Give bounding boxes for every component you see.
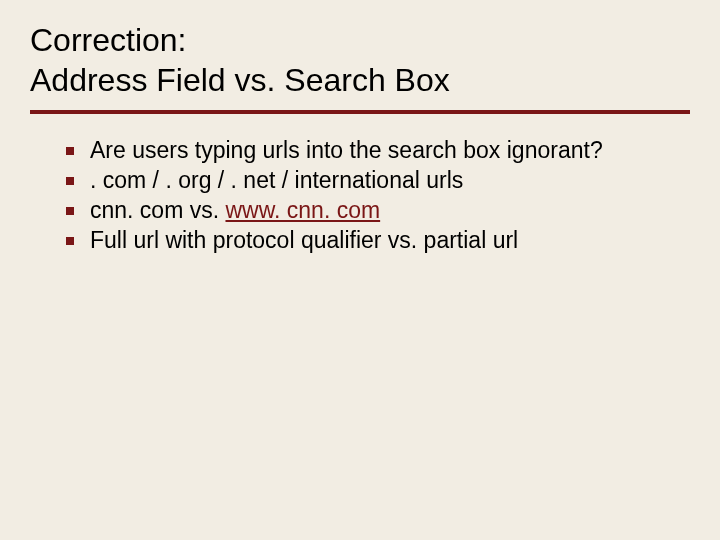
slide: Correction: Address Field vs. Search Box… bbox=[0, 0, 720, 540]
list-item: Are users typing urls into the search bo… bbox=[60, 136, 680, 166]
list-item: . com / . org / . net / international ur… bbox=[60, 166, 680, 196]
bullet-text: . com / . org / . net / international ur… bbox=[90, 167, 463, 193]
title-underline bbox=[30, 110, 690, 114]
bullet-icon bbox=[66, 237, 74, 245]
list-item: Full url with protocol qualifier vs. par… bbox=[60, 226, 680, 256]
bullet-list: Are users typing urls into the search bo… bbox=[30, 136, 690, 256]
title-line-1: Correction: bbox=[30, 22, 187, 58]
slide-title: Correction: Address Field vs. Search Box bbox=[30, 20, 690, 100]
bullet-text: Full url with protocol qualifier vs. par… bbox=[90, 227, 518, 253]
bullet-icon bbox=[66, 207, 74, 215]
bullet-link[interactable]: www. cnn. com bbox=[225, 197, 380, 223]
bullet-text-pre: cnn. com vs. bbox=[90, 197, 225, 223]
title-line-2: Address Field vs. Search Box bbox=[30, 62, 450, 98]
bullet-icon bbox=[66, 147, 74, 155]
bullet-text: Are users typing urls into the search bo… bbox=[90, 137, 603, 163]
list-item: cnn. com vs. www. cnn. com bbox=[60, 196, 680, 226]
bullet-icon bbox=[66, 177, 74, 185]
